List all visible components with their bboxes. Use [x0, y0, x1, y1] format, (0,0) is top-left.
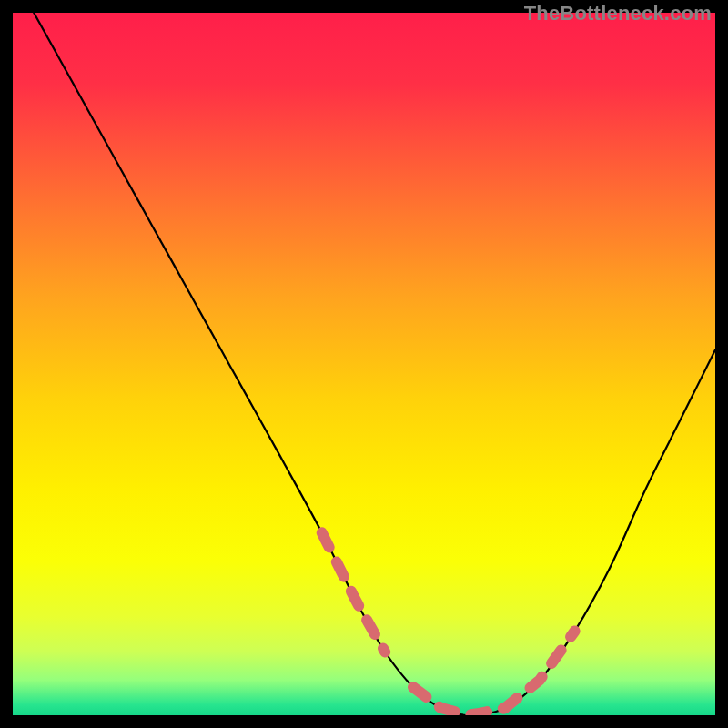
chart-frame: [13, 13, 715, 715]
bottleneck-chart: [13, 13, 715, 715]
gradient-background: [13, 13, 715, 715]
watermark-text: TheBottleneck.com: [524, 2, 712, 25]
